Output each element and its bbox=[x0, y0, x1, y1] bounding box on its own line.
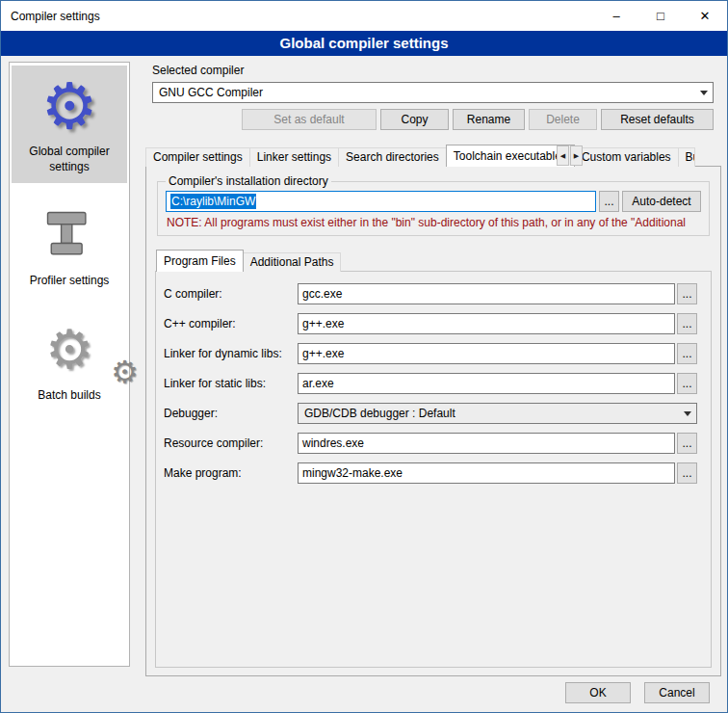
installation-directory-group: Compiler's installation directory C:\ray… bbox=[157, 174, 710, 236]
installation-directory-value: C:\raylib\MinGW bbox=[170, 194, 256, 209]
cancel-button[interactable]: Cancel bbox=[644, 682, 710, 703]
tab-scroll-left-button[interactable]: ◀ bbox=[557, 145, 569, 166]
compiler-settings-window: Compiler settings – □ ✕ Global compiler … bbox=[0, 0, 728, 713]
program-files-panel: C compiler: gcc.exe ... C++ compiler: g+… bbox=[155, 271, 712, 668]
gear-icon: ⚙ bbox=[111, 356, 139, 387]
resource-compiler-value: windres.exe bbox=[302, 436, 364, 450]
gear-icon: ⚙ bbox=[45, 323, 93, 377]
tab-search-directories[interactable]: Search directories bbox=[338, 147, 447, 167]
make-program-browse-button[interactable]: ... bbox=[677, 462, 697, 484]
field-label: Linker for dynamic libs: bbox=[164, 347, 298, 360]
debugger-select[interactable]: GDB/CDB debugger : Default bbox=[298, 403, 697, 424]
linker-static-browse-button[interactable]: ... bbox=[677, 373, 697, 394]
tab-build[interactable]: Build bbox=[678, 147, 695, 167]
linker-dynamic-value: g++.exe bbox=[302, 347, 344, 360]
tab-scroll-right-button[interactable]: ▶ bbox=[570, 145, 583, 166]
selected-compiler-label: Selected compiler bbox=[152, 64, 244, 77]
sidebar-item-label: Profiler settings bbox=[13, 271, 125, 289]
close-icon: ✕ bbox=[700, 9, 711, 23]
installation-directory-input[interactable]: C:\raylib\MinGW bbox=[166, 191, 596, 212]
linker-static-input[interactable]: ar.exe bbox=[298, 373, 675, 394]
selected-compiler-dropdown[interactable]: GNU GCC Compiler bbox=[152, 82, 714, 103]
resource-compiler-input[interactable]: windres.exe bbox=[298, 433, 675, 454]
installation-directory-browse-button[interactable]: ... bbox=[599, 191, 619, 212]
toolchain-executables-panel: Compiler's installation directory C:\ray… bbox=[145, 166, 721, 676]
tab-toolchain-executables[interactable]: Toolchain executables bbox=[446, 145, 575, 167]
program-files-tabs: Program Files Additional Paths bbox=[155, 250, 712, 272]
field-row-linker-dynamic: Linker for dynamic libs: g++.exe ... bbox=[164, 343, 697, 364]
tab-custom-variables[interactable]: Custom variables bbox=[574, 147, 679, 167]
field-row-c-compiler: C compiler: gcc.exe ... bbox=[164, 283, 697, 304]
field-label: C++ compiler: bbox=[164, 317, 298, 330]
reset-defaults-button[interactable]: Reset defaults bbox=[601, 109, 714, 130]
cpp-compiler-input[interactable]: g++.exe bbox=[298, 313, 675, 334]
window-title: Compiler settings bbox=[1, 10, 100, 23]
subtab-additional-paths[interactable]: Additional Paths bbox=[243, 252, 342, 272]
tab-compiler-settings[interactable]: Compiler settings bbox=[145, 147, 250, 167]
cpp-compiler-value: g++.exe bbox=[302, 317, 344, 330]
linker-dynamic-browse-button[interactable]: ... bbox=[677, 343, 697, 364]
window-controls: – □ ✕ bbox=[594, 1, 727, 31]
minimize-button[interactable]: – bbox=[594, 1, 638, 31]
installation-directory-row: C:\raylib\MinGW ... Auto-detect bbox=[166, 191, 701, 212]
arrow-right-icon: ▶ bbox=[574, 152, 579, 160]
sidebar-item-global-compiler-settings[interactable]: ⚙ Global compiler settings bbox=[12, 66, 127, 183]
field-row-resource-compiler: Resource compiler: windres.exe ... bbox=[164, 433, 697, 454]
sidebar-item-batch-builds[interactable]: ⚙ ⚙ Batch builds bbox=[12, 309, 127, 412]
batch-builds-gears-icon: ⚙ ⚙ bbox=[13, 314, 125, 385]
tab-linker-settings[interactable]: Linker settings bbox=[249, 147, 339, 167]
dialog-header: Global compiler settings bbox=[1, 31, 727, 56]
field-label: Resource compiler: bbox=[164, 436, 298, 450]
chevron-down-icon bbox=[695, 91, 713, 95]
global-compiler-settings-gear-icon: ⚙ bbox=[13, 70, 125, 142]
close-button[interactable]: ✕ bbox=[683, 1, 727, 31]
field-row-make-program: Make program: mingw32-make.exe ... bbox=[164, 462, 697, 484]
make-program-value: mingw32-make.exe bbox=[302, 466, 403, 480]
c-compiler-value: gcc.exe bbox=[302, 287, 342, 301]
field-row-linker-static: Linker for static libs: ar.exe ... bbox=[164, 373, 697, 394]
selected-compiler-value: GNU GCC Compiler bbox=[153, 86, 695, 99]
dialog-footer: OK Cancel bbox=[565, 682, 710, 703]
ok-button[interactable]: OK bbox=[565, 682, 631, 703]
titlebar[interactable]: Compiler settings – □ ✕ bbox=[1, 1, 727, 31]
c-compiler-browse-button[interactable]: ... bbox=[677, 283, 697, 304]
installation-note: NOTE: All programs must exist either in … bbox=[167, 216, 701, 229]
rename-button[interactable]: Rename bbox=[453, 109, 525, 130]
field-label: Linker for static libs: bbox=[164, 377, 298, 390]
copy-button[interactable]: Copy bbox=[380, 109, 449, 130]
linker-dynamic-input[interactable]: g++.exe bbox=[298, 343, 675, 364]
sidebar-item-label: Batch builds bbox=[13, 385, 125, 404]
sidebar-item-label: Global compiler settings bbox=[13, 142, 125, 174]
delete-button[interactable]: Delete bbox=[529, 109, 597, 130]
settings-tabs: Compiler settings Linker settings Search… bbox=[145, 145, 721, 167]
chevron-down-icon bbox=[679, 411, 696, 416]
minimize-icon: – bbox=[612, 9, 619, 23]
set-as-default-button[interactable]: Set as default bbox=[242, 109, 377, 130]
make-program-input[interactable]: mingw32-make.exe bbox=[298, 462, 675, 484]
sidebar: ⚙ Global compiler settings Profiler sett… bbox=[9, 62, 130, 667]
tab-scrollers: ◀ ▶ bbox=[557, 145, 583, 166]
field-row-debugger: Debugger: GDB/CDB debugger : Default bbox=[164, 403, 697, 424]
sidebar-item-profiler-settings[interactable]: Profiler settings bbox=[12, 195, 127, 298]
profiler-settings-icon bbox=[13, 199, 125, 271]
maximize-button[interactable]: □ bbox=[638, 1, 683, 31]
compiler-toolbar: Set as default Copy Rename Delete Reset … bbox=[152, 109, 714, 130]
field-label: Debugger: bbox=[164, 407, 298, 420]
subtab-program-files[interactable]: Program Files bbox=[156, 250, 244, 272]
field-label: Make program: bbox=[164, 466, 298, 480]
c-compiler-input[interactable]: gcc.exe bbox=[298, 283, 675, 304]
field-label: C compiler: bbox=[164, 287, 298, 301]
arrow-left-icon: ◀ bbox=[560, 152, 565, 160]
cpp-compiler-browse-button[interactable]: ... bbox=[677, 313, 697, 334]
resource-compiler-browse-button[interactable]: ... bbox=[677, 433, 697, 454]
installation-directory-legend: Compiler's installation directory bbox=[166, 174, 331, 188]
maximize-icon: □ bbox=[657, 9, 664, 23]
field-row-cpp-compiler: C++ compiler: g++.exe ... bbox=[164, 313, 697, 334]
debugger-value: GDB/CDB debugger : Default bbox=[299, 407, 679, 420]
auto-detect-button[interactable]: Auto-detect bbox=[622, 191, 701, 212]
linker-static-value: ar.exe bbox=[302, 377, 334, 390]
